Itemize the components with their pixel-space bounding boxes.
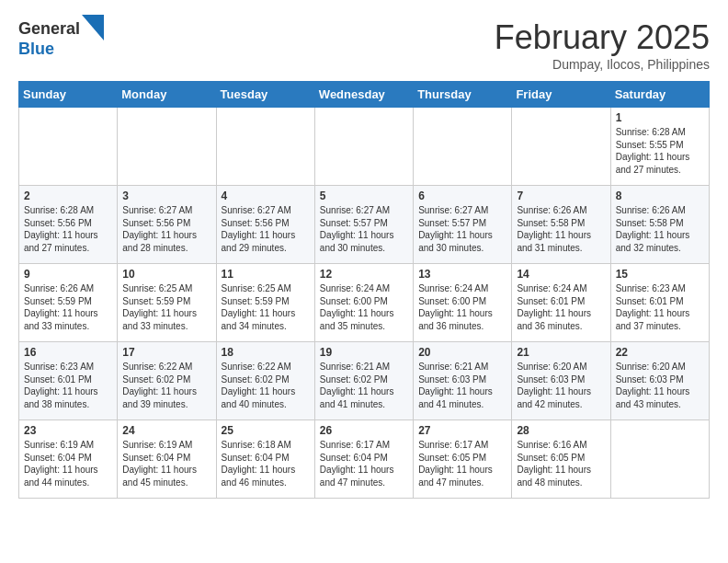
calendar-cell: 4Sunrise: 6:27 AMSunset: 5:56 PMDaylight… xyxy=(216,186,314,264)
day-info: Sunrise: 6:27 AMSunset: 5:57 PMDaylight:… xyxy=(418,204,506,254)
logo-blue-text: Blue xyxy=(18,40,104,59)
calendar-cell xyxy=(314,108,413,186)
calendar-cell: 12Sunrise: 6:24 AMSunset: 6:00 PMDayligh… xyxy=(314,264,413,342)
day-number: 14 xyxy=(517,268,605,281)
weekday-header-row: SundayMondayTuesdayWednesdayThursdayFrid… xyxy=(19,82,710,108)
calendar-cell xyxy=(512,108,610,186)
day-number: 9 xyxy=(24,268,112,281)
calendar-cell: 26Sunrise: 6:17 AMSunset: 6:04 PMDayligh… xyxy=(314,420,413,499)
day-info: Sunrise: 6:28 AMSunset: 5:55 PMDaylight:… xyxy=(616,126,704,176)
day-info: Sunrise: 6:26 AMSunset: 5:59 PMDaylight:… xyxy=(24,282,112,332)
day-number: 3 xyxy=(122,190,210,202)
calendar-cell: 3Sunrise: 6:27 AMSunset: 5:56 PMDaylight… xyxy=(118,186,216,264)
day-info: Sunrise: 6:28 AMSunset: 5:56 PMDaylight:… xyxy=(24,204,112,254)
day-number: 5 xyxy=(320,190,408,202)
calendar-cell: 17Sunrise: 6:22 AMSunset: 6:02 PMDayligh… xyxy=(118,342,216,420)
calendar-cell xyxy=(19,108,118,186)
day-number: 20 xyxy=(418,346,506,359)
calendar-cell: 23Sunrise: 6:19 AMSunset: 6:04 PMDayligh… xyxy=(19,420,118,499)
day-number: 17 xyxy=(122,346,210,359)
title-block: February 2025 Dumpay, Ilocos, Philippine… xyxy=(495,18,710,72)
calendar-cell: 5Sunrise: 6:27 AMSunset: 5:57 PMDaylight… xyxy=(314,186,413,264)
calendar-week-row: 16Sunrise: 6:23 AMSunset: 6:01 PMDayligh… xyxy=(19,342,710,420)
day-number: 13 xyxy=(418,268,506,281)
day-number: 19 xyxy=(320,346,408,359)
calendar-week-row: 23Sunrise: 6:19 AMSunset: 6:04 PMDayligh… xyxy=(19,420,710,499)
weekday-header-friday: Friday xyxy=(512,82,610,108)
day-info: Sunrise: 6:19 AMSunset: 6:04 PMDaylight:… xyxy=(24,439,112,488)
day-number: 15 xyxy=(616,268,704,281)
day-number: 4 xyxy=(222,190,310,202)
day-info: Sunrise: 6:27 AMSunset: 5:56 PMDaylight:… xyxy=(222,204,310,254)
day-info: Sunrise: 6:17 AMSunset: 6:04 PMDaylight:… xyxy=(320,439,408,488)
day-number: 8 xyxy=(616,190,704,202)
logo-icon xyxy=(82,15,104,40)
day-info: Sunrise: 6:21 AMSunset: 6:02 PMDaylight:… xyxy=(320,361,408,410)
day-number: 22 xyxy=(616,346,704,359)
day-info: Sunrise: 6:20 AMSunset: 6:03 PMDaylight:… xyxy=(517,361,605,410)
day-number: 24 xyxy=(122,424,210,437)
calendar-cell: 15Sunrise: 6:23 AMSunset: 6:01 PMDayligh… xyxy=(610,264,709,342)
weekday-header-monday: Monday xyxy=(118,82,216,108)
calendar-cell: 13Sunrise: 6:24 AMSunset: 6:00 PMDayligh… xyxy=(414,264,512,342)
calendar-table: SundayMondayTuesdayWednesdayThursdayFrid… xyxy=(18,81,710,499)
calendar-cell: 2Sunrise: 6:28 AMSunset: 5:56 PMDaylight… xyxy=(19,186,118,264)
day-info: Sunrise: 6:27 AMSunset: 5:56 PMDaylight:… xyxy=(122,204,210,254)
day-number: 1 xyxy=(616,111,704,124)
day-number: 25 xyxy=(222,424,310,437)
day-info: Sunrise: 6:18 AMSunset: 6:04 PMDaylight:… xyxy=(222,439,310,488)
calendar-cell xyxy=(118,108,216,186)
day-info: Sunrise: 6:25 AMSunset: 5:59 PMDaylight:… xyxy=(222,282,310,332)
month-title: February 2025 xyxy=(495,18,710,57)
day-number: 27 xyxy=(418,424,506,437)
calendar-cell: 19Sunrise: 6:21 AMSunset: 6:02 PMDayligh… xyxy=(314,342,413,420)
weekday-header-tuesday: Tuesday xyxy=(216,82,314,108)
calendar-cell xyxy=(610,420,709,499)
day-info: Sunrise: 6:27 AMSunset: 5:57 PMDaylight:… xyxy=(320,204,408,254)
day-number: 12 xyxy=(320,268,408,281)
calendar-cell: 14Sunrise: 6:24 AMSunset: 6:01 PMDayligh… xyxy=(512,264,610,342)
day-number: 26 xyxy=(320,424,408,437)
day-info: Sunrise: 6:20 AMSunset: 6:03 PMDaylight:… xyxy=(616,361,704,410)
calendar-cell: 20Sunrise: 6:21 AMSunset: 6:03 PMDayligh… xyxy=(414,342,512,420)
day-number: 7 xyxy=(517,190,605,202)
weekday-header-wednesday: Wednesday xyxy=(314,82,413,108)
day-number: 11 xyxy=(222,268,310,281)
day-info: Sunrise: 6:17 AMSunset: 6:05 PMDaylight:… xyxy=(418,439,506,488)
day-info: Sunrise: 6:23 AMSunset: 6:01 PMDaylight:… xyxy=(616,282,704,332)
calendar-cell: 10Sunrise: 6:25 AMSunset: 5:59 PMDayligh… xyxy=(118,264,216,342)
calendar-cell: 7Sunrise: 6:26 AMSunset: 5:58 PMDaylight… xyxy=(512,186,610,264)
day-info: Sunrise: 6:26 AMSunset: 5:58 PMDaylight:… xyxy=(616,204,704,254)
calendar-cell xyxy=(216,108,314,186)
day-info: Sunrise: 6:24 AMSunset: 6:01 PMDaylight:… xyxy=(517,282,605,332)
weekday-header-saturday: Saturday xyxy=(610,82,709,108)
day-info: Sunrise: 6:22 AMSunset: 6:02 PMDaylight:… xyxy=(122,361,210,410)
calendar-week-row: 2Sunrise: 6:28 AMSunset: 5:56 PMDaylight… xyxy=(19,186,710,264)
calendar-cell: 16Sunrise: 6:23 AMSunset: 6:01 PMDayligh… xyxy=(19,342,118,420)
day-number: 16 xyxy=(24,346,112,359)
calendar-cell: 22Sunrise: 6:20 AMSunset: 6:03 PMDayligh… xyxy=(610,342,709,420)
weekday-header-sunday: Sunday xyxy=(19,82,118,108)
logo: General Blue xyxy=(18,18,104,59)
calendar-cell: 6Sunrise: 6:27 AMSunset: 5:57 PMDaylight… xyxy=(414,186,512,264)
calendar-cell: 28Sunrise: 6:16 AMSunset: 6:05 PMDayligh… xyxy=(512,420,610,499)
day-info: Sunrise: 6:25 AMSunset: 5:59 PMDaylight:… xyxy=(122,282,210,332)
calendar-cell: 9Sunrise: 6:26 AMSunset: 5:59 PMDaylight… xyxy=(19,264,118,342)
day-info: Sunrise: 6:24 AMSunset: 6:00 PMDaylight:… xyxy=(418,282,506,332)
weekday-header-thursday: Thursday xyxy=(414,82,512,108)
calendar-cell: 24Sunrise: 6:19 AMSunset: 6:04 PMDayligh… xyxy=(118,420,216,499)
svg-marker-0 xyxy=(82,15,104,40)
location-text: Dumpay, Ilocos, Philippines xyxy=(495,57,710,72)
day-info: Sunrise: 6:16 AMSunset: 6:05 PMDaylight:… xyxy=(517,439,605,488)
day-info: Sunrise: 6:21 AMSunset: 6:03 PMDaylight:… xyxy=(418,361,506,410)
calendar-week-row: 1Sunrise: 6:28 AMSunset: 5:55 PMDaylight… xyxy=(19,108,710,186)
calendar-cell: 27Sunrise: 6:17 AMSunset: 6:05 PMDayligh… xyxy=(414,420,512,499)
day-info: Sunrise: 6:22 AMSunset: 6:02 PMDaylight:… xyxy=(222,361,310,410)
calendar-cell: 1Sunrise: 6:28 AMSunset: 5:55 PMDaylight… xyxy=(610,108,709,186)
day-info: Sunrise: 6:24 AMSunset: 6:00 PMDaylight:… xyxy=(320,282,408,332)
day-number: 21 xyxy=(517,346,605,359)
day-info: Sunrise: 6:19 AMSunset: 6:04 PMDaylight:… xyxy=(122,439,210,488)
day-info: Sunrise: 6:26 AMSunset: 5:58 PMDaylight:… xyxy=(517,204,605,254)
day-number: 28 xyxy=(517,424,605,437)
calendar-cell: 21Sunrise: 6:20 AMSunset: 6:03 PMDayligh… xyxy=(512,342,610,420)
